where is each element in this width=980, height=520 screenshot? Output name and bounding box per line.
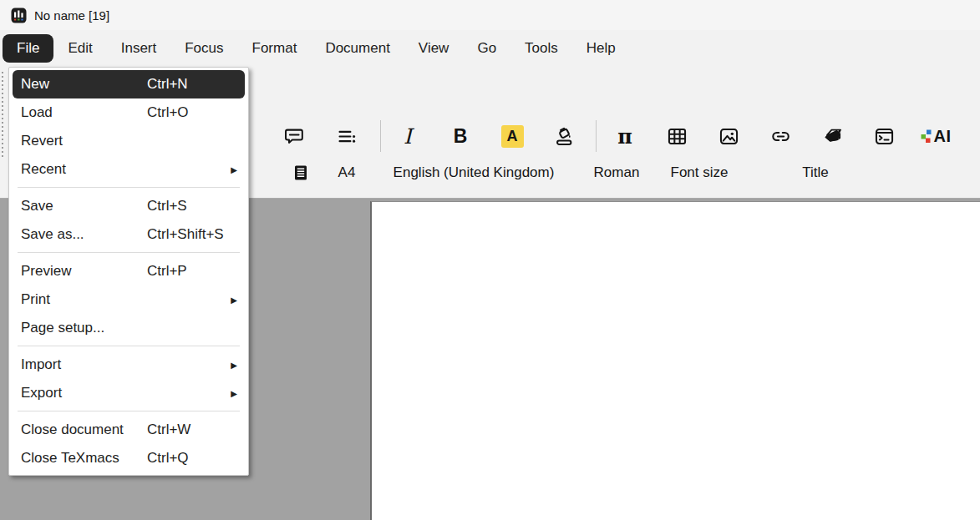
style-button[interactable]: Title: [802, 154, 829, 191]
menu-item-label: Close TeXmacs: [21, 450, 119, 467]
menu-item-shortcut: Ctrl+O: [147, 104, 189, 121]
submenu-arrow-icon: ▶: [231, 165, 237, 174]
bold-icon[interactable]: B: [442, 118, 479, 154]
menubar-item-format[interactable]: Format: [238, 34, 312, 63]
menu-item-save[interactable]: SaveCtrl+S: [13, 192, 245, 220]
ai-assistant-icon[interactable]: AI: [917, 118, 954, 154]
menu-item-page-setup[interactable]: Page setup...: [13, 314, 245, 342]
menu-item-label: Export: [21, 385, 62, 401]
menu-item-label: Save as...: [21, 226, 84, 243]
font-family-button[interactable]: Roman: [594, 154, 640, 191]
menubar: FileEditInsertFocusFormatDocumentViewGoT…: [0, 30, 980, 67]
fold-icon[interactable]: [814, 118, 851, 154]
menu-item-label: Revert: [21, 133, 63, 149]
menu-item-shortcut: Ctrl+P: [147, 263, 187, 280]
menu-item-label: Save: [21, 198, 53, 215]
menu-separator: [18, 411, 240, 411]
menubar-item-focus[interactable]: Focus: [170, 34, 237, 63]
italic-icon[interactable]: I: [389, 118, 426, 154]
menu-item-label: New: [21, 76, 49, 93]
ink-fill-icon[interactable]: [546, 118, 582, 154]
highlight-color-icon[interactable]: A: [494, 118, 531, 154]
toolbar-drag-handle[interactable]: [2, 72, 3, 157]
menu-item-load[interactable]: LoadCtrl+O: [13, 98, 245, 127]
menubar-item-insert[interactable]: Insert: [107, 34, 171, 63]
menubar-item-go[interactable]: Go: [463, 34, 510, 63]
paper-size-button[interactable]: A4: [338, 154, 356, 191]
menubar-item-tools[interactable]: Tools: [510, 34, 572, 63]
menu-item-label: Recent: [21, 161, 66, 178]
toolbar-separator: [380, 120, 381, 152]
menubar-item-help[interactable]: Help: [572, 34, 630, 63]
toolbar-separator: [596, 120, 597, 152]
menu-item-print[interactable]: Print▶: [13, 285, 245, 314]
menu-separator: [18, 187, 240, 188]
menu-item-label: Import: [21, 356, 61, 373]
menu-item-label: Load: [21, 104, 53, 121]
menu-item-revert[interactable]: Revert: [13, 127, 245, 155]
menubar-item-view[interactable]: View: [404, 34, 464, 63]
table-icon[interactable]: [658, 118, 695, 154]
ai-color-squares: [921, 128, 933, 144]
menu-item-label: Print: [21, 291, 50, 308]
comment-icon[interactable]: [276, 118, 312, 154]
menu-item-save-as[interactable]: Save as...Ctrl+Shift+S: [13, 220, 245, 249]
menu-separator: [18, 346, 240, 346]
menu-separator: [18, 252, 240, 253]
menu-item-recent[interactable]: Recent▶: [13, 155, 245, 184]
link-icon[interactable]: [762, 118, 799, 154]
menu-item-label: Preview: [21, 263, 71, 280]
language-button[interactable]: English (United Kingdom): [394, 154, 555, 191]
app-logo-icon: [11, 8, 27, 23]
menubar-item-document[interactable]: Document: [311, 34, 404, 63]
font-size-button[interactable]: Font size: [671, 154, 729, 191]
menu-item-preview[interactable]: PreviewCtrl+P: [13, 257, 245, 285]
menu-item-shortcut: Ctrl+W: [147, 422, 190, 438]
document-page[interactable]: [370, 201, 980, 520]
menu-item-label: Close document: [21, 422, 124, 438]
window-title: No name [19]: [34, 8, 109, 23]
menu-item-shortcut: Ctrl+Shift+S: [147, 226, 224, 243]
file-menu: NewCtrl+NLoadCtrl+ORevertRecent▶SaveCtrl…: [8, 67, 249, 476]
menu-item-export[interactable]: Export▶: [13, 379, 245, 407]
menubar-item-edit[interactable]: Edit: [53, 34, 106, 63]
menu-item-label: Page setup...: [21, 320, 104, 336]
image-icon[interactable]: [710, 118, 747, 154]
terminal-icon[interactable]: [866, 118, 902, 154]
menu-item-close-document[interactable]: Close documentCtrl+W: [13, 416, 245, 444]
math-pi-icon[interactable]: π: [607, 118, 643, 154]
menu-item-shortcut: Ctrl+S: [147, 198, 187, 215]
submenu-arrow-icon: ▶: [231, 295, 237, 305]
menu-item-import[interactable]: Import▶: [13, 351, 245, 379]
menu-item-close-texmacs[interactable]: Close TeXmacsCtrl+Q: [13, 444, 245, 472]
menu-item-shortcut: Ctrl+N: [147, 76, 188, 93]
submenu-arrow-icon: ▶: [231, 389, 237, 398]
menu-item-shortcut: Ctrl+Q: [147, 450, 189, 467]
menubar-item-file[interactable]: File: [3, 34, 53, 63]
menu-item-new[interactable]: NewCtrl+N: [13, 70, 245, 98]
titlebar: No name [19]: [0, 0, 980, 30]
list-icon[interactable]: [328, 118, 365, 154]
submenu-arrow-icon: ▶: [231, 361, 237, 370]
page-format-icon[interactable]: [291, 154, 311, 191]
